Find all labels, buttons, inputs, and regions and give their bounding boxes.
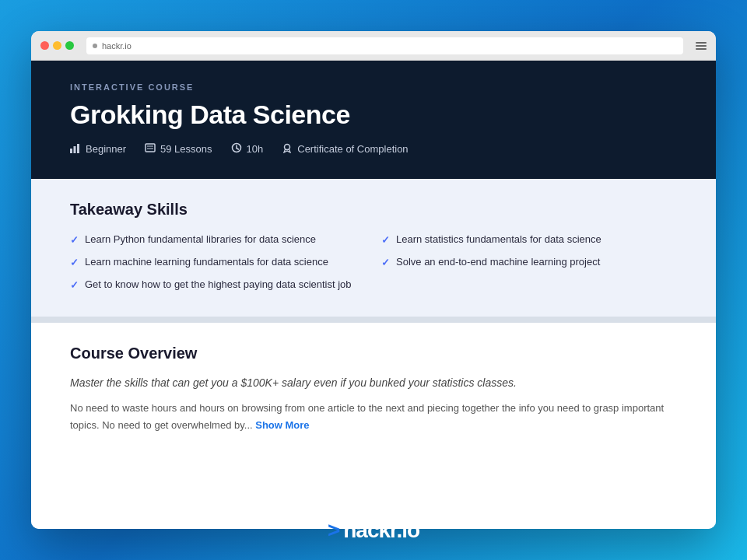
check-icon-4: ✓ (381, 256, 390, 270)
browser-dots (40, 41, 74, 50)
takeaway-section: Takeaway Skills ✓ Learn Python fundament… (31, 179, 716, 317)
menu-line-3 (696, 48, 707, 50)
lessons-text: 59 Lessons (160, 143, 212, 155)
svg-point-9 (285, 145, 290, 150)
svg-line-8 (237, 149, 239, 150)
browser-window: hackr.io INTERACTIVE COURSE Grokking Dat… (31, 31, 716, 529)
meta-certificate: Certificate of Completion (282, 142, 408, 156)
dot-maximize[interactable] (65, 41, 74, 50)
check-icon-3: ✓ (70, 256, 79, 270)
skill-text-2: Learn statistics fundamentals for data s… (396, 233, 601, 247)
skill-text-3: Learn machine learning fundamentals for … (85, 255, 328, 269)
overview-body: No need to waste hours and hours on brow… (70, 400, 677, 434)
meta-level: Beginner (70, 142, 126, 156)
check-icon-5: ✓ (70, 278, 79, 292)
takeaway-title: Takeaway Skills (70, 201, 677, 219)
browser-menu-icon[interactable] (696, 42, 707, 50)
dot-minimize[interactable] (53, 41, 61, 50)
certificate-text: Certificate of Completion (297, 143, 408, 155)
section-divider (31, 317, 716, 323)
show-more-button[interactable]: Show More (255, 419, 309, 431)
lessons-icon (145, 142, 156, 156)
hackr-footer: > hackr.io (0, 510, 747, 551)
address-text: hackr.io (102, 41, 132, 51)
skills-grid: ✓ Learn Python fundamental libraries for… (70, 233, 677, 293)
svg-rect-2 (77, 144, 79, 153)
svg-rect-0 (70, 149, 72, 153)
skill-text-4: Solve an end-to-end machine learning pro… (396, 255, 600, 269)
level-text: Beginner (86, 143, 126, 155)
browser-chrome: hackr.io (31, 31, 716, 61)
duration-text: 10h (247, 143, 264, 155)
certificate-icon (282, 142, 293, 156)
course-header: INTERACTIVE COURSE Grokking Data Science… (31, 61, 716, 179)
meta-duration: 10h (231, 142, 264, 156)
address-dot (93, 44, 97, 48)
hackr-arrow-icon: > (328, 518, 340, 543)
skill-text-1: Learn Python fundamental libraries for d… (85, 233, 316, 247)
menu-line-1 (696, 42, 707, 44)
course-type-label: INTERACTIVE COURSE (70, 82, 677, 92)
skill-item-4: ✓ Solve an end-to-end machine learning p… (381, 255, 677, 270)
skill-item-5: ✓ Get to know how to get the highest pay… (70, 278, 366, 292)
svg-rect-3 (146, 144, 155, 152)
browser-content: INTERACTIVE COURSE Grokking Data Science… (31, 61, 716, 529)
skill-item-1: ✓ Learn Python fundamental libraries for… (70, 233, 366, 247)
skill-item-2: ✓ Learn statistics fundamentals for data… (381, 233, 677, 247)
duration-icon (231, 142, 242, 156)
svg-rect-1 (74, 146, 76, 153)
dot-close[interactable] (40, 41, 49, 50)
address-bar[interactable]: hackr.io (86, 37, 683, 54)
overview-title: Course Overview (70, 345, 677, 362)
level-icon (70, 142, 81, 156)
check-icon-1: ✓ (70, 233, 79, 247)
overview-subtitle: Master the skills that can get you a $10… (70, 376, 677, 389)
overview-body-text: No need to waste hours and hours on brow… (70, 402, 664, 431)
skill-text-5: Get to know how to get the highest payin… (85, 278, 352, 292)
hackr-logo-text: hackr.io (343, 518, 419, 543)
skill-item-3: ✓ Learn machine learning fundamentals fo… (70, 255, 366, 270)
meta-lessons: 59 Lessons (145, 142, 212, 156)
course-meta: Beginner 59 Lessons (70, 142, 677, 156)
check-icon-2: ✓ (381, 233, 390, 247)
course-title: Grokking Data Science (70, 100, 677, 130)
menu-line-2 (696, 45, 707, 47)
overview-section: Course Overview Master the skills that c… (31, 323, 716, 529)
